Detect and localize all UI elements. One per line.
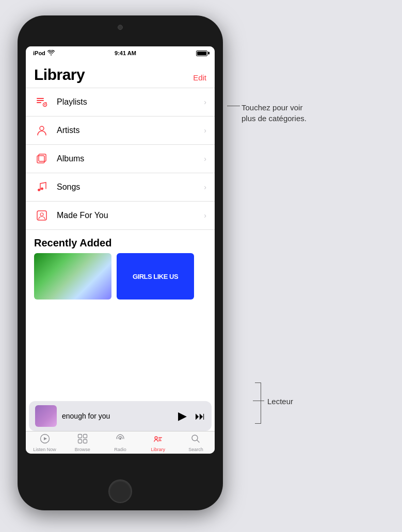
album-thumb-1[interactable] — [34, 253, 111, 300]
mini-controls: ▶ ⏭ — [178, 409, 205, 423]
svg-rect-15 — [78, 440, 82, 443]
radio-icon — [115, 434, 125, 446]
front-camera — [118, 25, 123, 30]
browse-label: Browse — [75, 447, 90, 452]
tab-bar: Listen Now Browse — [26, 431, 215, 454]
svg-rect-2 — [37, 102, 41, 103]
search-icon — [190, 434, 201, 446]
menu-item-made-for-you[interactable]: Made For You › — [26, 202, 215, 230]
mini-album-art — [35, 405, 57, 427]
recently-added-grid: GIRLS LIKE US — [26, 253, 215, 300]
album-thumb-2[interactable]: GIRLS LIKE US — [117, 253, 194, 300]
mini-song-title: enough for you — [62, 412, 173, 420]
wifi-icon — [47, 50, 55, 57]
svg-rect-16 — [83, 440, 87, 443]
menu-item-songs[interactable]: Songs › — [26, 173, 215, 202]
svg-rect-13 — [78, 435, 82, 438]
forward-button[interactable]: ⏭ — [195, 410, 205, 422]
tab-listen-now[interactable]: Listen Now — [26, 434, 63, 452]
callout-bracket — [255, 383, 261, 424]
albums-icon — [34, 151, 50, 167]
svg-point-18 — [155, 437, 157, 439]
ipod-device: iPod 9:41 AM — [18, 15, 223, 510]
svg-point-10 — [40, 213, 43, 216]
svg-line-5 — [45, 103, 47, 103]
recently-added-title: Recently Added — [26, 230, 215, 253]
artists-chevron: › — [204, 126, 206, 135]
svg-point-6 — [40, 126, 44, 130]
svg-line-23 — [197, 440, 200, 443]
tab-radio[interactable]: Radio — [101, 434, 139, 452]
svg-rect-21 — [158, 440, 162, 441]
library-icon — [153, 434, 163, 446]
status-left: iPod — [33, 50, 55, 57]
library-tab-label: Library — [151, 447, 165, 452]
listen-now-icon — [40, 434, 50, 446]
screen: iPod 9:41 AM — [26, 46, 215, 454]
menu-item-artists[interactable]: Artists › — [26, 117, 215, 145]
album-thumb-2-label: GIRLS LIKE US — [133, 273, 178, 280]
svg-rect-1 — [37, 100, 44, 101]
songs-icon — [34, 179, 50, 195]
made-for-you-label: Made For You — [57, 211, 204, 220]
svg-rect-20 — [158, 439, 161, 440]
songs-chevron: › — [204, 183, 206, 191]
svg-point-4 — [44, 104, 45, 105]
home-button[interactable] — [108, 479, 132, 503]
status-right — [196, 51, 207, 56]
artists-icon — [34, 123, 50, 138]
playlists-label: Playlists — [57, 97, 204, 107]
artists-label: Artists — [57, 126, 204, 135]
svg-point-17 — [119, 438, 121, 440]
browse-icon — [77, 434, 88, 446]
tab-browse[interactable]: Browse — [63, 434, 101, 452]
mini-player[interactable]: enough for you ▶ ⏭ — [29, 401, 212, 431]
tab-library[interactable]: Library — [139, 434, 177, 452]
search-tab-label: Search — [188, 447, 203, 452]
battery-fill — [197, 52, 206, 55]
mini-album-art-inner — [35, 405, 57, 427]
callout-player: Lecteur — [267, 397, 293, 406]
battery-icon — [196, 51, 207, 56]
svg-rect-8 — [39, 154, 46, 161]
playlists-chevron: › — [204, 98, 206, 106]
status-time: 9:41 AM — [115, 50, 136, 56]
carrier-label: iPod — [33, 50, 45, 56]
status-bar: iPod 9:41 AM — [26, 46, 215, 60]
menu-item-playlists[interactable]: Playlists › — [26, 88, 215, 117]
svg-rect-7 — [37, 156, 44, 163]
svg-rect-14 — [83, 435, 87, 438]
menu-list: Playlists › Artists › — [26, 88, 215, 230]
albums-chevron: › — [204, 155, 206, 163]
edit-button[interactable]: Edit — [193, 73, 206, 84]
svg-marker-12 — [44, 437, 47, 440]
play-button[interactable]: ▶ — [178, 409, 187, 423]
radio-label: Radio — [114, 447, 126, 452]
songs-label: Songs — [57, 182, 204, 192]
listen-now-label: Listen Now — [33, 447, 56, 452]
tab-search[interactable]: Search — [177, 434, 215, 452]
made-for-you-chevron: › — [204, 211, 206, 220]
playlists-icon — [34, 94, 50, 110]
library-title: Library — [34, 66, 85, 84]
svg-rect-19 — [158, 437, 162, 438]
callout-edit: Touchez pour voirplus de catégories. — [242, 102, 307, 124]
made-for-you-icon — [34, 208, 50, 223]
library-header: Library Edit — [26, 60, 215, 88]
albums-label: Albums — [57, 154, 204, 163]
scene: Touchez pour voirplus de catégories. Lec… — [0, 0, 402, 532]
svg-rect-0 — [37, 98, 44, 99]
menu-item-albums[interactable]: Albums › — [26, 145, 215, 173]
